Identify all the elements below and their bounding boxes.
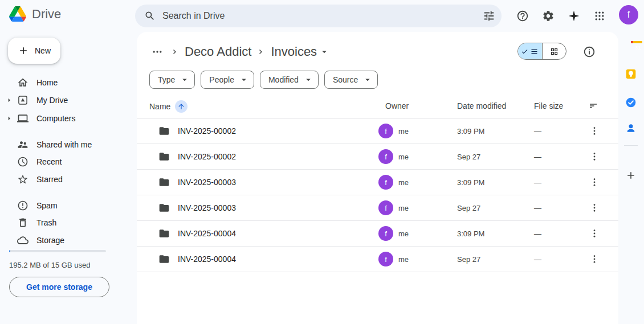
my-drive-icon [17,95,28,106]
filter-chip[interactable]: Modified [260,71,319,89]
file-size-value: — [534,204,541,212]
name-column-header[interactable]: Name [149,100,188,113]
search-input[interactable] [162,11,482,21]
help-button[interactable] [516,9,529,23]
sort-ascending-icon [175,100,188,113]
table-row[interactable]: INV-2025-00002 f me Sep 27 — [137,144,618,170]
more-vert-icon [589,177,600,187]
sidebar-item-computers[interactable]: Computers [0,110,130,127]
info-icon [583,46,596,58]
folder-icon [158,177,170,188]
sidebar-item-recent[interactable]: Recent [0,153,130,170]
filter-chip[interactable]: People [201,71,254,89]
folder-icon [158,228,170,239]
sidebar-item-shared-with-me[interactable]: Shared with me [0,136,130,153]
storage-used-fill [9,250,10,252]
file-name: INV-2025-00002 [178,126,236,136]
file-name: INV-2025-00004 [178,229,236,238]
main-content: Deco Addict Invoices [137,32,618,324]
sidebar-item-my-drive[interactable]: My Drive [0,92,130,109]
new-button[interactable]: New [8,38,60,64]
file-size-column-header[interactable]: File size [534,101,563,110]
table-row[interactable]: INV-2025-00002 f me 3:09 PM — [137,118,618,144]
more-actions-button[interactable] [588,227,601,240]
sidebar-item-trash[interactable]: Trash [0,214,130,231]
sparkle-icon [568,10,580,22]
sidebar-item-spam[interactable]: Spam [0,197,130,214]
chevron-down-icon [303,75,313,85]
contacts-panel-button[interactable] [625,122,637,134]
table-header: Name Owner Date modified File size [137,96,618,118]
expand-arrow-icon[interactable] [5,96,14,105]
file-name: INV-2025-00002 [178,152,236,161]
more-actions-button[interactable] [588,150,601,163]
more-actions-button[interactable] [588,124,601,138]
gear-icon [542,10,555,22]
chevron-down-icon [180,75,190,85]
search-bar[interactable] [135,5,502,27]
filter-chip[interactable]: Type [149,71,195,89]
breadcrumb-more-button[interactable] [149,44,165,60]
add-panel-button[interactable] [625,170,637,181]
owner-label: me [398,178,409,187]
sidebar-item-starred[interactable]: Starred [0,171,130,188]
google-tasks-icon [625,97,637,108]
apps-grid-button[interactable] [593,9,606,23]
list-view-button[interactable] [518,43,543,59]
folder-icon [158,125,170,137]
cloud-icon [17,235,28,246]
table-row[interactable]: INV-2025-00004 f me Sep 27 — [137,247,618,272]
table-row[interactable]: INV-2025-00004 f me 3:09 PM — [137,221,618,247]
more-actions-button[interactable] [588,252,601,266]
table-row[interactable]: INV-2025-00003 f me Sep 27 — [137,195,618,221]
chevron-down-icon [239,75,249,85]
tasks-panel-button[interactable] [625,97,637,108]
details-info-button[interactable] [583,46,596,58]
google-drive-app: Drive [0,0,644,324]
keep-panel-button[interactable] [625,68,637,80]
date-modified-value: 3:09 PM [457,229,484,238]
more-vert-icon [589,126,600,136]
search-options-button[interactable] [482,9,496,23]
tune-icon [483,10,495,22]
table-row[interactable]: INV-2025-00003 f me 3:09 PM — [137,170,618,195]
more-actions-button[interactable] [588,175,601,189]
google-contacts-icon [625,122,637,134]
owner-label: me [398,229,409,238]
star-icon [17,174,28,185]
grid-view-button[interactable] [543,43,566,59]
owner-label: me [398,153,409,161]
owner-label: me [398,255,409,264]
drive-logo-icon [9,6,26,22]
more-actions-button[interactable] [588,201,601,215]
gemini-button[interactable] [567,9,581,23]
settings-button[interactable] [541,9,555,23]
calendar-panel-button[interactable]: 31 [625,38,637,49]
breadcrumb-current-folder[interactable]: Invoices [271,44,329,59]
expand-arrow-icon[interactable] [5,114,14,123]
product-name: Drive [32,7,61,22]
breadcrumb-parent-folder[interactable]: Deco Addict [185,44,251,59]
top-bar: Drive [0,0,644,32]
file-size-value: — [534,255,541,264]
folder-dropdown-icon [319,47,329,57]
account-avatar[interactable]: f [619,5,638,24]
computers-icon [17,113,28,124]
sidebar-item-home[interactable]: Home [0,74,130,91]
date-modified-value: Sep 27 [457,255,480,264]
owner-column-header[interactable]: Owner [385,101,409,110]
file-name: INV-2025-00003 [178,178,236,187]
more-vert-icon [589,228,600,239]
date-modified-column-header[interactable]: Date modified [457,101,506,110]
drive-brand[interactable]: Drive [9,6,61,22]
filter-chip[interactable]: Source [324,71,378,89]
get-more-storage-button[interactable]: Get more storage [9,277,109,297]
clock-icon [17,156,28,167]
more-vert-icon [589,203,600,213]
file-size-value: — [534,127,541,136]
sidebar-item-storage[interactable]: Storage [0,232,130,249]
breadcrumb-chevron-icon [256,47,266,57]
folder-icon [158,151,170,162]
sort-options-button[interactable] [588,101,598,111]
chevron-down-icon [362,75,373,85]
